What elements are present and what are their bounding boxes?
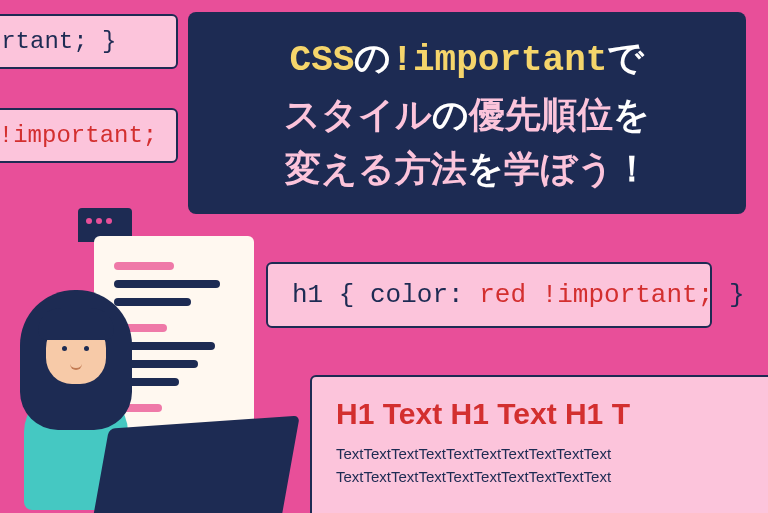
title-learn: 学ぼう bbox=[504, 148, 614, 189]
body-text-line: TextTextTextTextTextTextTextTextTextText bbox=[336, 445, 754, 462]
title-change: 変える bbox=[285, 148, 395, 189]
eye-icon bbox=[84, 346, 89, 351]
title-priority: 優先順位 bbox=[469, 94, 613, 135]
title-panel: CSSの!importantで スタイルの優先順位を 変える方法を学ぼう！ bbox=[188, 12, 746, 214]
close-brace: } bbox=[713, 280, 744, 310]
title-method: 方法 bbox=[395, 148, 467, 189]
value-red: red bbox=[479, 280, 526, 310]
code-snippet-h1-color: h1 { color: red !important; } bbox=[266, 262, 712, 328]
title-line-2: スタイルの優先順位を bbox=[284, 88, 650, 142]
title-style: スタイル bbox=[284, 94, 432, 135]
rendered-output-panel: H1 Text H1 Text H1 T TextTextTextTextTex… bbox=[310, 375, 768, 513]
body-text-line: TextTextTextTextTextTextTextTextTextText bbox=[336, 468, 754, 485]
code-line bbox=[114, 262, 174, 270]
important-keyword: !important; bbox=[0, 122, 157, 149]
t3e: ！ bbox=[614, 148, 650, 189]
important-keyword: !important; bbox=[526, 280, 713, 310]
woman-with-laptop-illustration bbox=[0, 290, 330, 513]
eye-icon bbox=[62, 346, 67, 351]
title-important: !important bbox=[391, 40, 607, 81]
title-de: で bbox=[607, 37, 644, 78]
code-line bbox=[114, 280, 220, 288]
laptop-shape bbox=[88, 416, 300, 513]
t2b: の bbox=[432, 94, 469, 135]
title-css: CSS bbox=[290, 40, 355, 81]
snippet-text: mportant; } bbox=[0, 28, 116, 55]
title-line-3: 変える方法を学ぼう！ bbox=[285, 142, 650, 196]
title-line-1: CSSの!importantで bbox=[290, 31, 645, 88]
code-snippet-top-left: mportant; } bbox=[0, 14, 178, 69]
h1-heading-preview: H1 Text H1 Text H1 T bbox=[336, 397, 754, 431]
bangs-shape bbox=[38, 308, 114, 340]
code-snippet-mid-left: d !important; bbox=[0, 108, 178, 163]
t3c: を bbox=[467, 148, 504, 189]
t2d: を bbox=[613, 94, 650, 135]
title-no: の bbox=[354, 37, 391, 78]
